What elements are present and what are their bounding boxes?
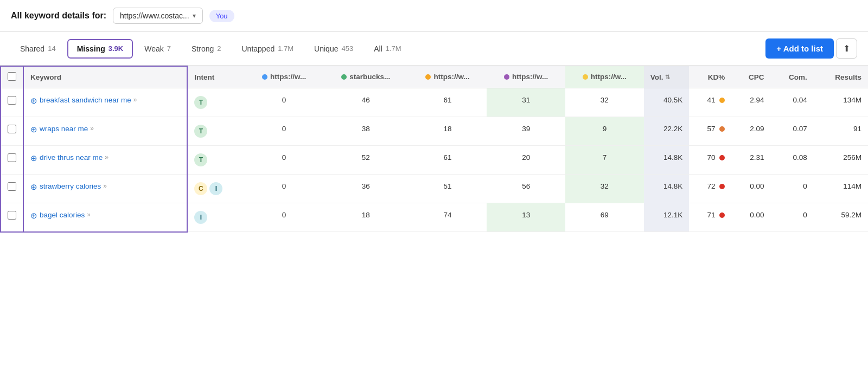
keyword-link[interactable]: ⊕bagel calories » (30, 211, 180, 221)
intent-badge-i: I (194, 211, 207, 224)
row-checkbox-cell (1, 203, 23, 232)
keyword-table: Keyword Intent https://w... starbucks... (0, 66, 868, 233)
tab-missing-count: 3.9K (108, 44, 123, 53)
plus-icon: ⊕ (30, 125, 37, 134)
keyword-text: drive thrus near me (40, 153, 103, 162)
kd-cell: 71 (689, 203, 731, 232)
col3-cell: 61 (409, 146, 487, 175)
sort-icon: ⇅ (665, 74, 670, 81)
th-col3-label: https://w... (433, 73, 469, 81)
th-col4-label: https://w... (512, 73, 548, 81)
keyword-text: bagel calories (40, 211, 85, 219)
com-cell: 0.08 (770, 146, 813, 175)
add-to-list-button[interactable]: + Add to list (765, 38, 834, 59)
results-cell: 134M (814, 88, 868, 117)
keyword-cell: ⊕wraps near me » (23, 117, 187, 146)
keyword-cell: ⊕drive thrus near me » (23, 146, 187, 175)
table-row: ⊕strawberry calories »CI03651563214.8K72… (1, 175, 868, 203)
vol-cell: 12.1K (644, 203, 690, 232)
domain-selector[interactable]: https://www.costac... ▾ (113, 8, 203, 24)
cpc-cell: 0.00 (731, 203, 770, 232)
col4-cell: 13 (487, 203, 565, 232)
th-com: Com. (770, 66, 813, 88)
tab-strong[interactable]: Strong 2 (182, 40, 230, 58)
col3-dot (425, 74, 431, 80)
col4-dot (504, 74, 509, 80)
cpc-cell: 2.31 (731, 146, 770, 175)
keyword-link[interactable]: ⊕wraps near me » (30, 125, 180, 134)
kd-dot (719, 155, 725, 160)
tab-weak[interactable]: Weak 7 (135, 40, 180, 58)
com-cell: 0 (770, 203, 813, 232)
user-badge: You (209, 10, 234, 22)
row-checkbox[interactable] (8, 182, 16, 191)
col5-cell: 32 (565, 175, 644, 203)
tab-weak-count: 7 (167, 44, 171, 53)
table-row: ⊕wraps near me »T0381839922.2K57 2.090.0… (1, 117, 868, 146)
col1-cell: 0 (245, 175, 323, 203)
row-checkbox[interactable] (8, 125, 16, 133)
tab-strong-label: Strong (192, 44, 214, 53)
keyword-chevrons: » (90, 125, 94, 132)
export-button[interactable]: ⬆ (836, 38, 857, 59)
th-keyword: Keyword (23, 66, 187, 88)
tab-shared[interactable]: Shared 14 (11, 40, 65, 58)
com-cell: 0 (770, 175, 813, 203)
com-cell: 0.04 (770, 88, 813, 117)
com-cell: 0.07 (770, 117, 813, 146)
keyword-chevrons: » (87, 211, 91, 218)
keyword-cell: ⊕strawberry calories » (23, 175, 187, 203)
tab-unique-label: Unique (314, 44, 338, 53)
intent-badge-t: T (194, 96, 207, 109)
chevron-down-icon: ▾ (193, 12, 196, 20)
plus-icon: ⊕ (30, 182, 37, 192)
th-intent: Intent (187, 66, 245, 88)
cpc-cell: 0.00 (731, 175, 770, 203)
vol-cell: 22.2K (644, 117, 690, 146)
th-checkbox (1, 66, 23, 88)
vol-cell: 40.5K (644, 88, 690, 117)
tab-untapped[interactable]: Untapped 1.7M (232, 40, 303, 58)
kd-dot (719, 98, 725, 103)
col2-cell: 52 (323, 146, 409, 175)
keyword-link[interactable]: ⊕breakfast sandwich near me » (30, 96, 180, 106)
th-kd: KD% (689, 66, 731, 88)
th-col5-label: https://w... (591, 73, 627, 81)
col2-cell: 18 (323, 203, 409, 232)
tab-bar: Shared 14 Missing 3.9K Weak 7 Strong 2 U… (0, 32, 868, 66)
results-cell: 91 (814, 117, 868, 146)
table-row: ⊕drive thrus near me »T0526120714.8K70 2… (1, 146, 868, 175)
vol-cell: 14.8K (644, 175, 690, 203)
kd-dot (719, 212, 725, 218)
intent-badge-t: T (194, 125, 207, 138)
tab-shared-count: 14 (48, 44, 55, 53)
table-row: ⊕breakfast sandwich near me »T0466131324… (1, 88, 868, 117)
keyword-cell: ⊕breakfast sandwich near me » (23, 88, 187, 117)
col1-cell: 0 (245, 146, 323, 175)
col1-cell: 0 (245, 203, 323, 232)
row-checkbox[interactable] (8, 211, 16, 220)
th-results: Results (814, 66, 868, 88)
tab-missing[interactable]: Missing 3.9K (67, 39, 133, 59)
keyword-link[interactable]: ⊕drive thrus near me » (30, 153, 180, 163)
tab-unique[interactable]: Unique 453 (305, 40, 362, 58)
row-checkbox[interactable] (8, 153, 16, 162)
col5-cell: 32 (565, 88, 644, 117)
th-vol[interactable]: Vol. ⇅ (644, 66, 690, 88)
keyword-link[interactable]: ⊕strawberry calories » (30, 182, 180, 192)
col1-dot (262, 74, 267, 80)
tab-missing-label: Missing (77, 44, 105, 53)
col3-cell: 18 (409, 117, 487, 146)
tab-shared-label: Shared (20, 44, 44, 53)
intent-badge-i: I (209, 182, 222, 195)
row-checkbox[interactable] (8, 96, 16, 105)
select-all-checkbox[interactable] (8, 72, 16, 81)
tab-untapped-count: 1.7M (278, 44, 293, 53)
col3-cell: 51 (409, 175, 487, 203)
keyword-text: wraps near me (40, 125, 88, 133)
header: All keyword details for: https://www.cos… (0, 0, 868, 32)
th-col2: starbucks... (323, 66, 409, 88)
table-row: ⊕bagel calories »I01874136912.1K71 0.000… (1, 203, 868, 232)
tab-all[interactable]: All 1.7M (365, 40, 410, 58)
tab-untapped-label: Untapped (241, 44, 275, 53)
